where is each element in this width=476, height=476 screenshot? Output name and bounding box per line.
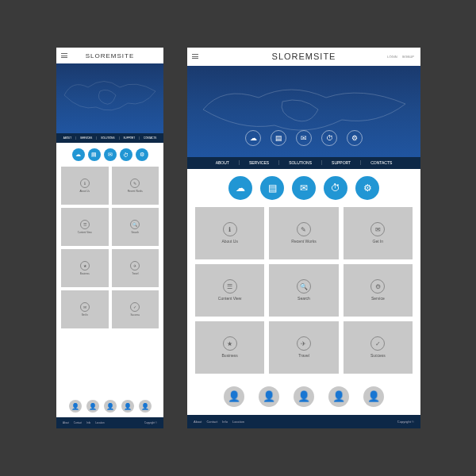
avatar[interactable]: 👤	[104, 400, 117, 413]
tile-about-us[interactable]: ℹAbout Us	[61, 167, 109, 205]
icon: ✉	[301, 134, 307, 142]
tile-label: Content View	[218, 296, 242, 301]
nav-about[interactable]: ABOUT	[60, 136, 76, 140]
tile-get-in[interactable]: ✉Get In	[344, 207, 413, 259]
feature-circle[interactable]: ☁	[72, 148, 85, 161]
footer-link-location[interactable]: Location	[95, 421, 104, 424]
hero-icon[interactable]: ⚙	[347, 130, 363, 146]
tile-icon: ☰	[80, 220, 90, 229]
nav-contacts[interactable]: CONTACTS	[361, 160, 401, 165]
tile-icon: 🔍	[297, 279, 311, 294]
tile-get-in[interactable]: ✉Get In	[61, 290, 109, 328]
hero	[56, 63, 163, 133]
tile-icon: ☰	[223, 279, 237, 294]
tile-label: Get In	[82, 313, 88, 317]
nav-about[interactable]: ABOUT	[206, 160, 240, 165]
tile-success[interactable]: ✓Success	[344, 321, 413, 374]
feature-circle[interactable]: ⏱	[120, 148, 132, 161]
tile-icon: ℹ	[80, 178, 90, 188]
nav-solutions[interactable]: SOLUTIONS	[279, 160, 322, 165]
tile-business[interactable]: ★Business	[195, 321, 264, 374]
top-links: LOGINSIGNUP	[387, 55, 414, 59]
hero-icon[interactable]: ☁	[245, 130, 261, 146]
tile-label: Service	[371, 296, 385, 301]
tile-label: Success	[370, 353, 386, 358]
tile-label: Travel	[132, 272, 138, 275]
grid-section: ℹAbout Us✎Recent Works☰Content View🔍Sear…	[56, 167, 163, 392]
hero-icon[interactable]: ✉	[296, 130, 312, 146]
nav-contacts[interactable]: CONTACTS	[140, 136, 160, 140]
tile-label: Recent Works	[291, 239, 316, 244]
tile-icon: ✈	[130, 261, 140, 271]
avatar[interactable]: 👤	[224, 386, 244, 407]
site-title: SLOREMSITE	[272, 52, 336, 61]
footer-link-contact[interactable]: Contact	[74, 421, 82, 424]
tile-travel[interactable]: ✈Travel	[269, 321, 338, 374]
footer-link-contact[interactable]: Contact	[206, 420, 217, 424]
feature-circle[interactable]: ⚙	[136, 148, 148, 161]
footer-link-info[interactable]: Info	[222, 420, 228, 424]
tile-label: Business	[222, 353, 238, 358]
footer-link-info[interactable]: Info	[86, 421, 90, 424]
tile-recent-works[interactable]: ✎Recent Works	[112, 167, 159, 205]
tile-recent-works[interactable]: ✎Recent Works	[269, 207, 338, 259]
tile-icon: 🔍	[130, 220, 140, 229]
top-link-signup[interactable]: SIGNUP	[402, 55, 414, 59]
avatar[interactable]: 👤	[259, 386, 279, 407]
tile-icon: ✈	[297, 336, 311, 351]
avatar[interactable]: 👤	[294, 386, 314, 407]
nav-support[interactable]: SUPPORT	[120, 136, 140, 140]
avatar[interactable]: 👤	[139, 400, 152, 413]
nav-support[interactable]: SUPPORT	[322, 160, 361, 165]
hamburger-icon[interactable]	[192, 54, 198, 59]
hamburger-icon[interactable]	[61, 53, 67, 58]
nav-services[interactable]: SERVICES	[76, 136, 97, 140]
feature-circle[interactable]: ✉	[292, 176, 316, 200]
tile-content-view[interactable]: ☰Content View	[61, 208, 109, 246]
navbar: ABOUTSERVICESSOLUTIONSSUPPORTCONTACTS	[56, 133, 163, 143]
avatar[interactable]: 👤	[328, 386, 349, 407]
copyright: Copyright ©	[397, 420, 414, 424]
nav-solutions[interactable]: SOLUTIONS	[97, 136, 119, 140]
tile-label: Content View	[78, 231, 92, 234]
tile-label: Recent Works	[128, 190, 143, 193]
avatar[interactable]: 👤	[86, 400, 99, 413]
tile-search[interactable]: 🔍Search	[112, 208, 159, 246]
tile-icon: ✎	[297, 222, 311, 236]
tile-icon: ⚙	[370, 279, 385, 294]
footer-link-location[interactable]: Location	[232, 420, 244, 424]
tile-label: Search	[131, 231, 139, 234]
tile-content-view[interactable]: ☰Content View	[195, 264, 264, 317]
avatar[interactable]: 👤	[363, 386, 384, 407]
hero-icon[interactable]: ⏱	[321, 130, 337, 146]
hero-icon[interactable]: ▤	[271, 130, 286, 146]
tile-icon: ✓	[370, 336, 385, 351]
tile-about-us[interactable]: ℹAbout Us	[195, 207, 264, 259]
top-link-login[interactable]: LOGIN	[387, 55, 397, 59]
footer-link-about[interactable]: About	[63, 421, 69, 424]
tile-business[interactable]: ★Business	[61, 249, 109, 287]
tile-icon: ✎	[130, 178, 140, 188]
tile-success[interactable]: ✓Success	[112, 290, 159, 328]
feature-circle[interactable]: ☁	[228, 176, 252, 200]
tile-travel[interactable]: ✈Travel	[112, 249, 159, 287]
feature-circle[interactable]: ⏱	[324, 176, 347, 200]
tile-icon: ✉	[80, 302, 90, 312]
tile-search[interactable]: 🔍Search	[269, 264, 338, 317]
tile-icon: ℹ	[223, 222, 237, 236]
feature-circle[interactable]: ⚙	[355, 176, 379, 200]
feature-circle[interactable]: ✉	[104, 148, 117, 161]
tile-label: Success	[131, 313, 140, 317]
avatar[interactable]: 👤	[121, 400, 134, 413]
tile-label: Get In	[373, 239, 384, 244]
tile-label: Business	[80, 272, 90, 275]
feature-circle[interactable]: ▤	[88, 148, 101, 161]
desktop-mockup: SLOREMSITE LOGINSIGNUP ☁▤✉⏱⚙ ABOUTSERVIC…	[187, 48, 420, 428]
tile-icon: ✓	[130, 302, 140, 312]
tile-service[interactable]: ⚙Service	[344, 264, 413, 317]
nav-services[interactable]: SERVICES	[240, 160, 279, 165]
avatar[interactable]: 👤	[69, 400, 82, 413]
feature-circle[interactable]: ▤	[260, 176, 284, 200]
site-title: SLOREMSITE	[86, 52, 135, 60]
footer-link-about[interactable]: About	[194, 420, 202, 424]
